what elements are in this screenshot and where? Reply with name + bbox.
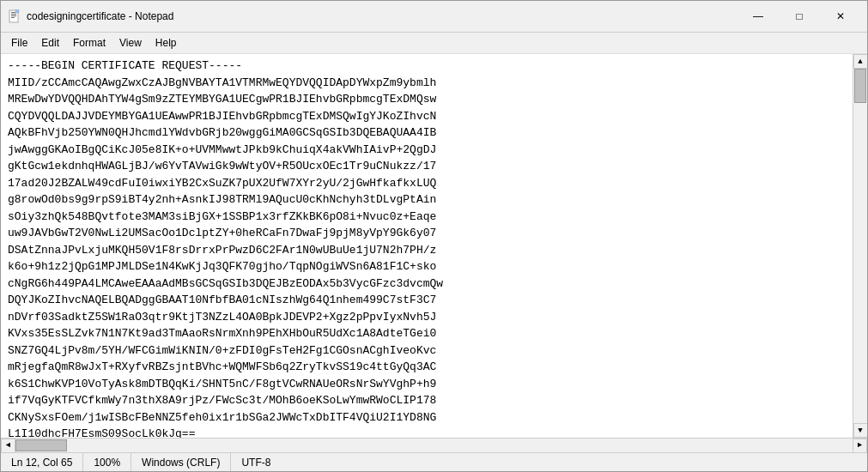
scroll-track-v[interactable]	[853, 69, 867, 423]
scroll-track-h[interactable]	[15, 439, 853, 452]
vertical-scrollbar[interactable]: ▲ ▼	[853, 54, 867, 438]
title-bar: codesigningcertificate - Notepad — □ ✕	[1, 1, 867, 33]
menu-file[interactable]: File	[4, 34, 34, 51]
scroll-thumb-h[interactable]	[15, 439, 67, 451]
menu-edit[interactable]: Edit	[34, 34, 66, 51]
editor-area: -----BEGIN CERTIFICATE REQUEST----- MIID…	[1, 54, 867, 438]
maximize-button[interactable]: □	[780, 6, 819, 27]
notepad-window: codesigningcertificate - Notepad — □ ✕ F…	[0, 0, 868, 472]
close-button[interactable]: ✕	[821, 6, 860, 27]
svg-rect-4	[11, 17, 15, 18]
line-ending: Windows (CRLF)	[131, 453, 231, 471]
status-bar: Ln 12, Col 65 100% Windows (CRLF) UTF-8	[1, 452, 867, 471]
menu-help[interactable]: Help	[149, 34, 184, 51]
menu-bar: File Edit Format View Help	[1, 33, 867, 54]
window-title: codesigningcertificate - Notepad	[27, 10, 173, 22]
minimize-button[interactable]: —	[738, 6, 778, 27]
scroll-left-arrow[interactable]: ◄	[1, 439, 15, 453]
scroll-right-arrow[interactable]: ►	[853, 439, 867, 453]
svg-rect-3	[11, 15, 16, 16]
notepad-icon	[8, 9, 21, 23]
scroll-down-arrow[interactable]: ▼	[853, 423, 868, 438]
scroll-up-arrow[interactable]: ▲	[853, 54, 868, 69]
zoom-level: 100%	[83, 453, 131, 471]
svg-rect-2	[11, 14, 16, 15]
menu-view[interactable]: View	[112, 34, 149, 51]
encoding: UTF-8	[231, 453, 281, 471]
horizontal-scrollbar[interactable]: ◄ ►	[1, 438, 867, 452]
menu-format[interactable]: Format	[66, 34, 112, 51]
cursor-position: Ln 12, Col 65	[1, 453, 83, 471]
title-bar-left: codesigningcertificate - Notepad	[8, 9, 173, 23]
svg-rect-5	[15, 9, 19, 13]
title-bar-controls: — □ ✕	[738, 6, 860, 27]
text-editor[interactable]: -----BEGIN CERTIFICATE REQUEST----- MIID…	[1, 54, 853, 438]
scroll-thumb-v[interactable]	[854, 69, 866, 103]
